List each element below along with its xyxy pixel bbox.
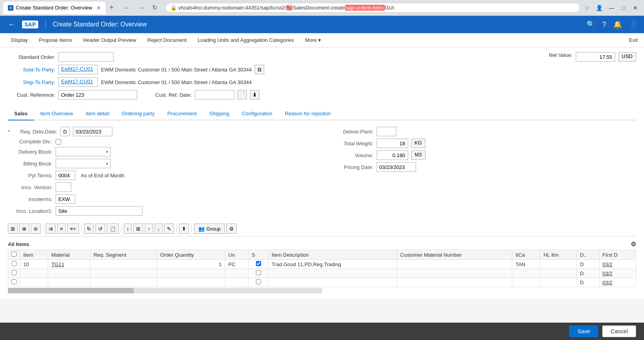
address-bar[interactable]: 🔒 vhcals4hci.dummy.nodomain:44351/sap/bc… xyxy=(165,3,580,13)
menu-propose-items[interactable]: Propose Items xyxy=(34,35,77,45)
inco-location1-input[interactable] xyxy=(56,206,142,216)
row1-material[interactable]: TG11 xyxy=(48,260,90,269)
sold-to-party-row: Sold-To Party: EwM17-CU01 EWM Domestic C… xyxy=(8,65,513,74)
cust-ref-date-input[interactable] xyxy=(195,90,234,100)
sold-to-party-value[interactable]: EwM17-CU01 xyxy=(58,65,98,74)
tab-reason-for-rejection[interactable]: Reason for rejection xyxy=(279,107,337,120)
table-header-row: Item Material Req. Segment Order Quantit… xyxy=(8,250,636,260)
refresh-button[interactable]: ↻ xyxy=(150,3,160,12)
row3-customer-material xyxy=(397,278,512,287)
download-button[interactable]: ⬇ xyxy=(250,90,259,100)
toolbar-detail-btn[interactable]: ⊞ xyxy=(8,224,18,234)
menu-header-output-preview[interactable]: Header Output Preview xyxy=(78,35,141,45)
req-deliv-date-d-input[interactable] xyxy=(60,127,70,136)
deliver-plant-input[interactable] xyxy=(377,127,396,136)
tab-ordering-party[interactable]: Ordering party xyxy=(116,107,161,120)
toolbar-copy-btn[interactable]: 📋 xyxy=(107,224,119,234)
req-deliv-date-input[interactable] xyxy=(73,127,112,136)
search-icon[interactable]: 🔍 xyxy=(585,19,597,30)
toolbar-undo-btn[interactable]: ↺ xyxy=(95,224,105,234)
menu-exit[interactable]: Exit xyxy=(629,37,638,43)
row3-checkbox[interactable] xyxy=(11,279,17,284)
browser-actions: ☆ 👤 xyxy=(582,3,604,13)
shell-back-button[interactable]: ← xyxy=(5,19,18,30)
horizontal-scrollbar[interactable] xyxy=(8,288,322,293)
row3-first-d[interactable]: 03/2 xyxy=(599,278,636,287)
toolbar-edit-btn[interactable]: ✎ xyxy=(164,224,174,234)
total-weight-input[interactable] xyxy=(377,139,408,148)
toolbar-upload-btn[interactable]: ↑ xyxy=(145,224,153,234)
cust-reference-input[interactable] xyxy=(58,90,137,100)
new-tab-button[interactable]: + xyxy=(107,4,116,12)
toolbar-upload2-btn[interactable]: ⬆ xyxy=(179,224,189,234)
standard-order-input[interactable] xyxy=(58,52,114,62)
group-button[interactable]: 👥 Group xyxy=(194,224,225,234)
row2-d: D xyxy=(577,269,599,278)
back-button[interactable]: ← xyxy=(121,4,133,12)
row2-s-checkbox[interactable] xyxy=(256,270,261,275)
save-button[interactable]: Save xyxy=(569,325,598,337)
menu-more[interactable]: More ▾ xyxy=(301,35,326,45)
menu-display[interactable]: Display xyxy=(6,35,33,45)
row1-checkbox[interactable] xyxy=(11,261,17,266)
toolbar-numbered-btn[interactable]: ≡+ xyxy=(67,224,79,234)
row2-checkbox[interactable] xyxy=(11,270,17,275)
tab-shipping[interactable]: Shipping xyxy=(203,107,236,120)
complete-div-row: Complete Div.: xyxy=(8,139,314,145)
row1-hl-itm xyxy=(540,260,577,269)
row2-first-d[interactable]: 03/2 xyxy=(599,269,636,278)
close-button[interactable]: ✕ xyxy=(630,2,641,13)
notification-icon[interactable]: 🔔 xyxy=(612,19,623,30)
select-all-checkbox[interactable] xyxy=(11,252,17,257)
row1-first-d[interactable]: 03/2 xyxy=(599,260,636,269)
volume-input[interactable] xyxy=(377,150,408,160)
profile-button[interactable]: 👤 xyxy=(594,3,604,13)
help-icon[interactable]: ? xyxy=(601,19,608,30)
forward-button[interactable]: → xyxy=(136,4,147,12)
toolbar-remove-btn[interactable]: ⊖ xyxy=(31,224,41,234)
deliver-plant-label: Deliver.Plant: xyxy=(330,129,373,135)
sold-to-party-label: Sold-To Party: xyxy=(8,67,55,73)
delivery-block-select[interactable]: ▾ xyxy=(56,147,111,156)
row2-item-desc xyxy=(268,269,397,278)
minimize-button[interactable]: — xyxy=(606,2,617,13)
browser-tab[interactable]: S Create Standard Order: Overview ✕ xyxy=(3,2,106,14)
toolbar-move-btn[interactable]: ⇉ xyxy=(46,224,56,234)
pricing-date-input[interactable] xyxy=(377,162,416,172)
billing-block-select[interactable]: ▾ xyxy=(56,159,111,168)
cancel-button[interactable]: Cancel xyxy=(602,325,636,337)
tab-item-detail[interactable]: Item detail xyxy=(79,107,116,120)
pyt-terms-code-input[interactable] xyxy=(56,171,75,180)
tab-item-overview[interactable]: Item Overview xyxy=(34,107,79,120)
tab-close-button[interactable]: ✕ xyxy=(96,5,101,11)
incoterms-input[interactable] xyxy=(56,194,75,204)
tab-sales[interactable]: Sales xyxy=(8,107,34,120)
toolbar-download-btn[interactable]: ↓ xyxy=(155,224,163,234)
menu-reject-document[interactable]: Reject Document xyxy=(143,35,192,45)
maximize-button[interactable]: □ xyxy=(618,2,629,13)
toolbar-sort-btn[interactable]: ↕ xyxy=(124,224,132,234)
tab-procurement[interactable]: Procurement xyxy=(161,107,203,120)
toolbar-list-btn[interactable]: ≡ xyxy=(57,224,66,234)
inco-version-input[interactable] xyxy=(56,182,71,192)
pdf-button[interactable]: 📄 xyxy=(237,90,247,100)
group-label: Group xyxy=(206,226,220,232)
net-value-input[interactable] xyxy=(576,52,615,62)
star-button[interactable]: ☆ xyxy=(582,3,592,13)
complete-div-checkbox[interactable] xyxy=(56,139,61,145)
toolbar-add-btn[interactable]: ⊕ xyxy=(19,224,29,234)
menu-loading-units[interactable]: Loading Units and Aggregation Categories xyxy=(193,35,299,45)
row1-item: 10 xyxy=(20,260,48,269)
row1-s-checkbox[interactable] xyxy=(256,261,261,266)
tab-configuration[interactable]: Configuration xyxy=(235,107,278,120)
toolbar-refresh-btn[interactable]: ↻ xyxy=(84,224,94,234)
user-icon[interactable]: 👤 xyxy=(627,19,639,30)
table-settings-icon[interactable]: ⚙ xyxy=(631,240,636,248)
toolbar-grid-btn[interactable]: ⊞ xyxy=(133,224,143,234)
toolbar-settings-btn[interactable]: ⚙ xyxy=(226,224,237,234)
row3-s-checkbox[interactable] xyxy=(256,279,261,284)
row2-req-segment xyxy=(90,269,157,278)
ship-to-party-value[interactable]: EwM17-CU01 xyxy=(58,77,98,87)
toolbar-sep-5 xyxy=(191,225,192,233)
sold-to-copy-icon[interactable]: ⧉ xyxy=(255,65,264,74)
